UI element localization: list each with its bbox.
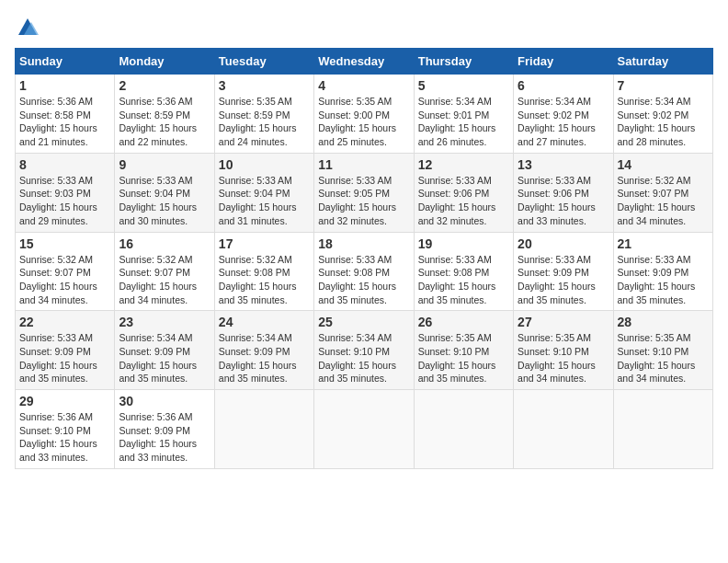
day-info: Sunrise: 5:33 AM Sunset: 9:09 PM Dayligh… bbox=[518, 253, 609, 307]
calendar-cell: 24 Sunrise: 5:34 AM Sunset: 9:09 PM Dayl… bbox=[214, 311, 313, 390]
day-info: Sunrise: 5:32 AM Sunset: 9:07 PM Dayligh… bbox=[119, 253, 210, 307]
calendar-cell: 19 Sunrise: 5:33 AM Sunset: 9:08 PM Dayl… bbox=[414, 232, 513, 311]
day-number: 24 bbox=[219, 315, 310, 329]
day-number: 23 bbox=[119, 315, 210, 329]
logo bbox=[15, 15, 44, 40]
calendar-cell: 6 Sunrise: 5:34 AM Sunset: 9:02 PM Dayli… bbox=[514, 75, 613, 154]
calendar-cell: 16 Sunrise: 5:32 AM Sunset: 9:07 PM Dayl… bbox=[115, 232, 214, 311]
day-number: 21 bbox=[618, 236, 709, 251]
day-info: Sunrise: 5:36 AM Sunset: 9:09 PM Dayligh… bbox=[119, 410, 210, 465]
day-number: 11 bbox=[318, 157, 409, 172]
day-info: Sunrise: 5:36 AM Sunset: 9:10 PM Dayligh… bbox=[19, 410, 110, 465]
day-number: 6 bbox=[518, 78, 609, 93]
week-row-4: 22 Sunrise: 5:33 AM Sunset: 9:09 PM Dayl… bbox=[16, 311, 713, 390]
day-info: Sunrise: 5:32 AM Sunset: 9:08 PM Dayligh… bbox=[219, 253, 310, 307]
day-number: 28 bbox=[618, 315, 709, 329]
day-info: Sunrise: 5:35 AM Sunset: 9:10 PM Dayligh… bbox=[618, 331, 709, 385]
day-info: Sunrise: 5:33 AM Sunset: 9:04 PM Dayligh… bbox=[219, 174, 310, 228]
day-number: 26 bbox=[418, 315, 509, 329]
weekday-header-wednesday: Wednesday bbox=[314, 49, 414, 75]
calendar-cell: 5 Sunrise: 5:34 AM Sunset: 9:01 PM Dayli… bbox=[414, 75, 513, 154]
day-info: Sunrise: 5:34 AM Sunset: 9:09 PM Dayligh… bbox=[219, 331, 310, 385]
day-number: 10 bbox=[219, 157, 310, 172]
calendar-cell: 9 Sunrise: 5:33 AM Sunset: 9:04 PM Dayli… bbox=[115, 153, 214, 232]
day-number: 15 bbox=[19, 236, 110, 251]
calendar-cell: 28 Sunrise: 5:35 AM Sunset: 9:10 PM Dayl… bbox=[613, 311, 712, 390]
calendar-cell: 8 Sunrise: 5:33 AM Sunset: 9:03 PM Dayli… bbox=[16, 153, 115, 232]
calendar-cell: 17 Sunrise: 5:32 AM Sunset: 9:08 PM Dayl… bbox=[214, 232, 313, 311]
weekday-header-thursday: Thursday bbox=[414, 49, 513, 75]
day-number: 16 bbox=[119, 236, 210, 251]
calendar-header bbox=[15, 15, 713, 40]
day-number: 20 bbox=[518, 236, 609, 251]
day-number: 13 bbox=[518, 157, 609, 172]
calendar-cell: 15 Sunrise: 5:32 AM Sunset: 9:07 PM Dayl… bbox=[16, 232, 115, 311]
calendar-cell bbox=[214, 390, 313, 469]
logo-icon bbox=[15, 15, 40, 40]
day-info: Sunrise: 5:34 AM Sunset: 9:10 PM Dayligh… bbox=[318, 331, 409, 385]
calendar-cell: 29 Sunrise: 5:36 AM Sunset: 9:10 PM Dayl… bbox=[16, 390, 115, 469]
day-number: 14 bbox=[618, 157, 709, 172]
day-number: 12 bbox=[418, 157, 509, 172]
weekday-header-friday: Friday bbox=[514, 49, 613, 75]
calendar-cell: 2 Sunrise: 5:36 AM Sunset: 8:59 PM Dayli… bbox=[115, 75, 214, 154]
calendar-cell bbox=[414, 390, 513, 469]
day-info: Sunrise: 5:36 AM Sunset: 8:59 PM Dayligh… bbox=[119, 95, 210, 149]
calendar-cell: 12 Sunrise: 5:33 AM Sunset: 9:06 PM Dayl… bbox=[414, 153, 513, 232]
calendar-cell: 27 Sunrise: 5:35 AM Sunset: 9:10 PM Dayl… bbox=[514, 311, 613, 390]
day-info: Sunrise: 5:32 AM Sunset: 9:07 PM Dayligh… bbox=[618, 174, 709, 228]
day-number: 1 bbox=[19, 78, 110, 93]
week-row-1: 1 Sunrise: 5:36 AM Sunset: 8:58 PM Dayli… bbox=[16, 75, 713, 154]
day-info: Sunrise: 5:33 AM Sunset: 9:05 PM Dayligh… bbox=[318, 174, 409, 228]
day-info: Sunrise: 5:34 AM Sunset: 9:02 PM Dayligh… bbox=[618, 95, 709, 149]
day-number: 5 bbox=[418, 78, 509, 93]
day-info: Sunrise: 5:34 AM Sunset: 9:09 PM Dayligh… bbox=[119, 331, 210, 385]
weekday-header-saturday: Saturday bbox=[613, 49, 712, 75]
week-row-3: 15 Sunrise: 5:32 AM Sunset: 9:07 PM Dayl… bbox=[16, 232, 713, 311]
day-number: 25 bbox=[318, 315, 409, 329]
day-info: Sunrise: 5:32 AM Sunset: 9:07 PM Dayligh… bbox=[19, 253, 110, 307]
calendar-cell: 20 Sunrise: 5:33 AM Sunset: 9:09 PM Dayl… bbox=[514, 232, 613, 311]
calendar-cell: 3 Sunrise: 5:35 AM Sunset: 8:59 PM Dayli… bbox=[214, 75, 313, 154]
day-number: 2 bbox=[119, 78, 210, 93]
calendar-cell: 13 Sunrise: 5:33 AM Sunset: 9:06 PM Dayl… bbox=[514, 153, 613, 232]
calendar-table: SundayMondayTuesdayWednesdayThursdayFrid… bbox=[15, 48, 713, 469]
calendar-cell: 30 Sunrise: 5:36 AM Sunset: 9:09 PM Dayl… bbox=[115, 390, 214, 469]
calendar-cell: 10 Sunrise: 5:33 AM Sunset: 9:04 PM Dayl… bbox=[214, 153, 313, 232]
weekday-header-monday: Monday bbox=[115, 49, 214, 75]
day-info: Sunrise: 5:35 AM Sunset: 9:10 PM Dayligh… bbox=[518, 331, 609, 385]
calendar-cell bbox=[314, 390, 414, 469]
day-number: 29 bbox=[19, 394, 110, 408]
day-info: Sunrise: 5:33 AM Sunset: 9:08 PM Dayligh… bbox=[318, 253, 409, 307]
day-info: Sunrise: 5:33 AM Sunset: 9:06 PM Dayligh… bbox=[518, 174, 609, 228]
day-info: Sunrise: 5:33 AM Sunset: 9:03 PM Dayligh… bbox=[19, 174, 110, 228]
day-number: 19 bbox=[418, 236, 509, 251]
day-number: 22 bbox=[19, 315, 110, 329]
calendar-cell: 7 Sunrise: 5:34 AM Sunset: 9:02 PM Dayli… bbox=[613, 75, 712, 154]
day-number: 3 bbox=[219, 78, 310, 93]
day-info: Sunrise: 5:33 AM Sunset: 9:08 PM Dayligh… bbox=[418, 253, 509, 307]
day-number: 27 bbox=[518, 315, 609, 329]
day-info: Sunrise: 5:35 AM Sunset: 9:10 PM Dayligh… bbox=[418, 331, 509, 385]
calendar-cell: 21 Sunrise: 5:33 AM Sunset: 9:09 PM Dayl… bbox=[613, 232, 712, 311]
day-number: 8 bbox=[19, 157, 110, 172]
weekday-header-row: SundayMondayTuesdayWednesdayThursdayFrid… bbox=[16, 49, 713, 75]
calendar-cell: 18 Sunrise: 5:33 AM Sunset: 9:08 PM Dayl… bbox=[314, 232, 414, 311]
day-info: Sunrise: 5:33 AM Sunset: 9:04 PM Dayligh… bbox=[119, 174, 210, 228]
calendar-cell: 14 Sunrise: 5:32 AM Sunset: 9:07 PM Dayl… bbox=[613, 153, 712, 232]
day-number: 30 bbox=[119, 394, 210, 408]
day-info: Sunrise: 5:33 AM Sunset: 9:06 PM Dayligh… bbox=[418, 174, 509, 228]
weekday-header-sunday: Sunday bbox=[16, 49, 115, 75]
calendar-cell: 22 Sunrise: 5:33 AM Sunset: 9:09 PM Dayl… bbox=[16, 311, 115, 390]
calendar-cell: 11 Sunrise: 5:33 AM Sunset: 9:05 PM Dayl… bbox=[314, 153, 414, 232]
calendar-cell: 25 Sunrise: 5:34 AM Sunset: 9:10 PM Dayl… bbox=[314, 311, 414, 390]
calendar-cell: 26 Sunrise: 5:35 AM Sunset: 9:10 PM Dayl… bbox=[414, 311, 513, 390]
calendar-cell: 23 Sunrise: 5:34 AM Sunset: 9:09 PM Dayl… bbox=[115, 311, 214, 390]
day-number: 7 bbox=[618, 78, 709, 93]
calendar-cell bbox=[613, 390, 712, 469]
day-info: Sunrise: 5:33 AM Sunset: 9:09 PM Dayligh… bbox=[19, 331, 110, 385]
day-number: 17 bbox=[219, 236, 310, 251]
week-row-5: 29 Sunrise: 5:36 AM Sunset: 9:10 PM Dayl… bbox=[16, 390, 713, 469]
weekday-header-tuesday: Tuesday bbox=[214, 49, 313, 75]
day-number: 9 bbox=[119, 157, 210, 172]
